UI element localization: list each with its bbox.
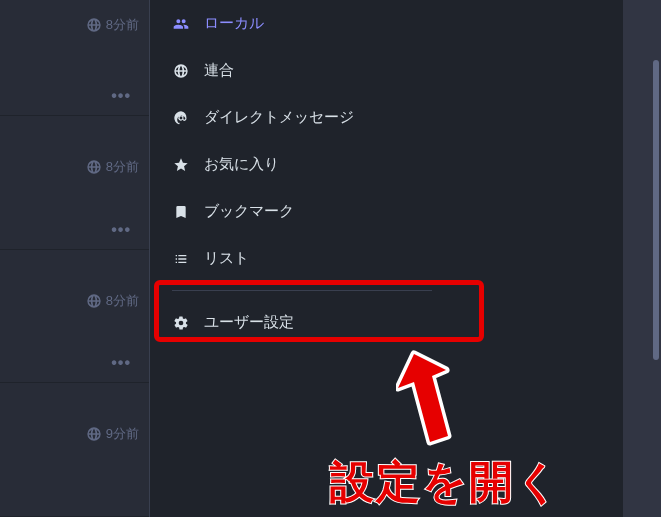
adjacent-column-edge [623, 0, 661, 517]
nav-item-federated[interactable]: 連合 [162, 47, 452, 94]
nav-label: お気に入り [204, 155, 279, 174]
ellipsis-icon[interactable]: ••• [111, 221, 131, 239]
globe-icon [172, 62, 190, 80]
nav-item-favourites[interactable]: お気に入り [162, 141, 452, 188]
post-timestamp: 8分前 [85, 158, 139, 176]
at-icon [172, 109, 190, 127]
gear-icon [172, 314, 190, 332]
nav-separator [172, 290, 432, 291]
post-timestamp: 9分前 [85, 425, 139, 443]
nav-item-lists[interactable]: リスト [162, 235, 452, 282]
globe-icon [85, 16, 103, 34]
timeline-post[interactable]: 8分前 ••• [0, 116, 149, 250]
post-time-text: 8分前 [106, 16, 139, 34]
ellipsis-icon[interactable]: ••• [111, 354, 131, 372]
nav-label: リスト [204, 249, 249, 268]
star-icon [172, 156, 190, 174]
annotation-arrow-icon [396, 346, 466, 460]
nav-label: ブックマーク [204, 202, 294, 221]
post-time-text: 8分前 [106, 292, 139, 310]
annotation-text: 設定を開く [330, 453, 562, 512]
timeline-post[interactable]: 8分前 ••• [0, 0, 149, 116]
globe-icon [85, 158, 103, 176]
nav-label: ユーザー設定 [204, 313, 294, 332]
nav-label: 連合 [204, 61, 234, 80]
svg-marker-0 [398, 354, 448, 442]
timeline-post[interactable]: 9分前 [0, 383, 149, 517]
bookmark-icon [172, 203, 190, 221]
post-time-text: 9分前 [106, 425, 139, 443]
svg-marker-1 [398, 354, 448, 442]
timeline-post[interactable]: 8分前 ••• [0, 250, 149, 384]
post-time-text: 8分前 [106, 158, 139, 176]
users-icon [172, 15, 190, 33]
globe-icon [85, 292, 103, 310]
nav-item-local[interactable]: ローカル [162, 0, 452, 47]
timeline-column: 8分前 ••• 8分前 ••• 8分前 ••• 9分前 [0, 0, 150, 517]
nav-item-settings[interactable]: ユーザー設定 [162, 299, 452, 346]
ellipsis-icon[interactable]: ••• [111, 87, 131, 105]
list-icon [172, 250, 190, 268]
nav-list: ローカル 連合 ダイレクトメッセージ お気に入り ブックマーク [162, 0, 452, 346]
nav-label: ローカル [204, 14, 264, 33]
navigation-column: ローカル 連合 ダイレクトメッセージ お気に入り ブックマーク [150, 0, 623, 517]
scrollbar-thumb[interactable] [653, 60, 659, 360]
post-timestamp: 8分前 [85, 16, 139, 34]
nav-item-bookmarks[interactable]: ブックマーク [162, 188, 452, 235]
post-timestamp: 8分前 [85, 292, 139, 310]
globe-icon [85, 425, 103, 443]
nav-item-direct[interactable]: ダイレクトメッセージ [162, 94, 452, 141]
nav-label: ダイレクトメッセージ [204, 108, 354, 127]
